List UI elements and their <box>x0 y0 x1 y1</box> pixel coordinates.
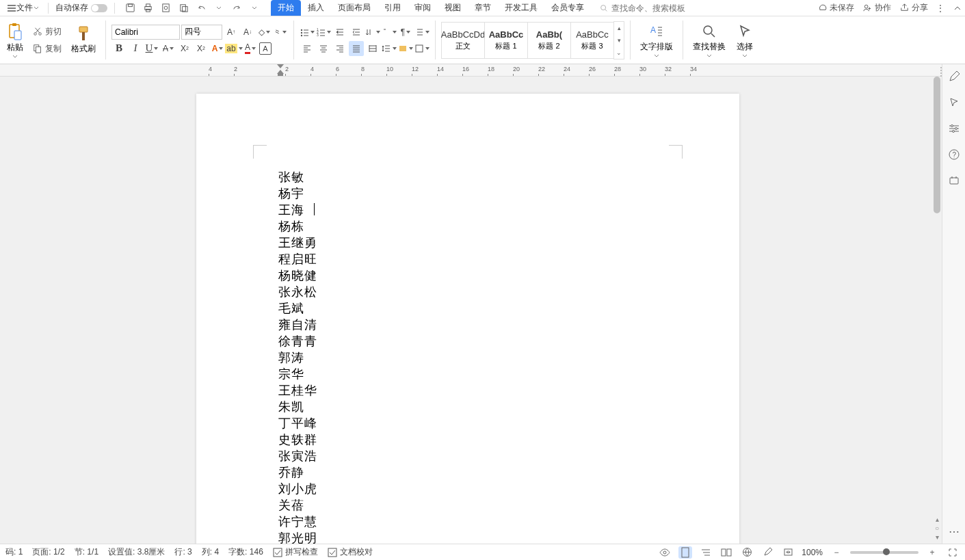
zoom-slider[interactable] <box>850 551 918 554</box>
tab-view[interactable]: 视图 <box>438 0 468 16</box>
style-down-icon[interactable]: ▾ <box>614 34 624 46</box>
search-box[interactable] <box>599 3 693 13</box>
more-icon[interactable]: ⋯ <box>949 525 960 538</box>
text-line[interactable]: 史轶群 <box>278 431 317 448</box>
text-line[interactable]: 杨宇 <box>278 185 317 202</box>
paste-icon[interactable] <box>178 3 189 14</box>
grow-font-icon[interactable]: A↑ <box>224 25 239 40</box>
text-line[interactable]: 乔静 <box>278 464 317 481</box>
outline-view-icon[interactable] <box>699 546 713 559</box>
next-page-icon[interactable]: ▾ <box>936 533 939 541</box>
undo-dropdown-icon[interactable] <box>213 3 224 14</box>
panel-handle-icon[interactable] <box>940 67 944 88</box>
reading-view-icon[interactable] <box>719 546 733 559</box>
tab-member[interactable]: 会员专享 <box>544 0 591 16</box>
align-center-icon[interactable] <box>316 41 331 56</box>
font-color-icon[interactable]: A <box>243 41 258 56</box>
style-heading2[interactable]: AaBb(标题 2 <box>527 22 571 59</box>
text-line[interactable]: 雍自清 <box>278 317 317 333</box>
settings-slider-icon[interactable] <box>947 122 961 135</box>
text-line[interactable]: 王海 <box>278 202 317 218</box>
copy-button[interactable]: 复制 <box>30 42 64 56</box>
undo-icon[interactable] <box>196 3 207 14</box>
tab-developer[interactable]: 开发工具 <box>498 0 544 16</box>
clear-format-icon[interactable]: ◇ <box>256 25 272 40</box>
text-layout-button[interactable]: A 文字排版 <box>636 22 677 59</box>
web-view-icon[interactable] <box>740 546 754 559</box>
character-border-icon[interactable]: A <box>259 42 272 55</box>
text-line[interactable]: 王继勇 <box>278 235 317 251</box>
paragraph-mark-icon[interactable]: ¶ <box>398 25 413 40</box>
file-menu[interactable]: 文件 <box>3 2 44 14</box>
page-view-icon[interactable] <box>678 546 692 559</box>
scrollbar-thumb[interactable] <box>934 77 940 213</box>
text-line[interactable]: 王桂华 <box>278 382 317 399</box>
share-button[interactable]: 分享 <box>899 2 928 14</box>
paste-button[interactable]: 粘贴 <box>3 21 27 59</box>
collapse-ribbon-icon[interactable] <box>953 3 962 13</box>
tab-insert[interactable]: 插入 <box>301 0 331 16</box>
edit-mode-icon[interactable] <box>761 546 774 559</box>
style-expand-icon[interactable]: ⌄ <box>614 46 624 59</box>
style-heading1[interactable]: AaBbCc标题 1 <box>484 22 528 59</box>
italic-icon[interactable]: I <box>128 41 143 56</box>
bold-icon[interactable]: B <box>111 41 127 56</box>
font-size-input[interactable] <box>181 25 222 40</box>
line-spacing-icon[interactable] <box>382 41 397 56</box>
format-painter-button[interactable]: 格式刷 <box>67 24 100 56</box>
row-info[interactable]: 行: 3 <box>174 546 191 558</box>
spellcheck-button[interactable]: 拼写检查 <box>273 546 318 558</box>
text-line[interactable]: 张寅浩 <box>278 448 317 464</box>
print-preview-icon[interactable] <box>160 3 171 14</box>
autosave-toggle[interactable]: 自动保存 <box>53 2 110 14</box>
superscript-icon[interactable]: X2 <box>177 41 192 56</box>
redo-icon[interactable] <box>231 3 242 14</box>
page-info[interactable]: 页面: 1/2 <box>32 546 64 558</box>
underline-icon[interactable]: U <box>144 41 159 56</box>
save-icon[interactable] <box>124 3 135 14</box>
fit-width-icon[interactable] <box>781 546 795 559</box>
section-info[interactable]: 节: 1/1 <box>75 546 98 558</box>
find-replace-button[interactable]: 查找替换 <box>689 22 730 59</box>
text-line[interactable]: 毛斌 <box>278 300 317 317</box>
setting-info[interactable]: 设置值: 3.8厘米 <box>108 546 165 558</box>
sort-icon[interactable] <box>382 25 397 40</box>
align-right-icon[interactable] <box>332 41 347 56</box>
vertical-scrollbar[interactable]: ▴ ○ ▾ <box>932 77 942 544</box>
text-line[interactable]: 朱凯 <box>278 399 317 415</box>
text-line[interactable]: 程启旺 <box>278 251 317 267</box>
align-distribute-icon[interactable] <box>365 41 380 56</box>
help-icon[interactable]: ? <box>947 148 961 161</box>
bullets-icon[interactable] <box>300 25 315 40</box>
text-line[interactable]: 关蓓 <box>278 497 317 514</box>
text-line[interactable]: 徐青青 <box>278 333 317 349</box>
browse-object-icon[interactable]: ○ <box>935 524 939 532</box>
search-input[interactable] <box>611 3 693 13</box>
phonetic-guide-icon[interactable]: ⺀ <box>273 25 288 40</box>
fullscreen-icon[interactable] <box>946 546 960 559</box>
cut-button[interactable]: 剪切 <box>30 25 64 39</box>
col-info[interactable]: 列: 4 <box>202 546 219 558</box>
document-content[interactable]: 张敏杨宇王海杨栋王继勇程启旺杨晓健张永松毛斌雍自清徐青青郭涛宗华王桂华朱凯丁平峰… <box>278 169 317 544</box>
text-line[interactable]: 张敏 <box>278 169 317 185</box>
decrease-indent-icon[interactable] <box>332 25 347 40</box>
text-line[interactable]: 杨晓健 <box>278 267 317 284</box>
word-count[interactable]: 字数: 146 <box>228 546 263 558</box>
ruler[interactable]: 42246810121416182022242628303234 <box>0 64 965 77</box>
text-line[interactable]: 丁平峰 <box>278 415 317 431</box>
text-direction-icon[interactable] <box>365 25 380 40</box>
page-number[interactable]: 码: 1 <box>5 546 23 558</box>
subscript-icon[interactable]: X2 <box>194 41 209 56</box>
text-line[interactable]: 刘小虎 <box>278 481 317 497</box>
unsaved-status[interactable]: 未保存 <box>817 2 854 14</box>
zoom-level[interactable]: 100% <box>802 548 823 557</box>
text-line[interactable]: 郭涛 <box>278 349 317 366</box>
increase-indent-icon[interactable] <box>349 25 364 40</box>
highlight-icon[interactable]: ab <box>226 41 241 56</box>
page[interactable]: 张敏杨宇王海杨栋王继勇程启旺杨晓健张永松毛斌雍自清徐青青郭涛宗华王桂华朱凯丁平峰… <box>196 94 739 544</box>
redo-dropdown-icon[interactable] <box>249 3 260 14</box>
text-effects-icon[interactable]: A <box>210 41 225 56</box>
align-left-icon[interactable] <box>300 41 315 56</box>
strikethrough-icon[interactable]: A <box>161 41 176 56</box>
shrink-font-icon[interactable]: A↓ <box>240 25 255 40</box>
